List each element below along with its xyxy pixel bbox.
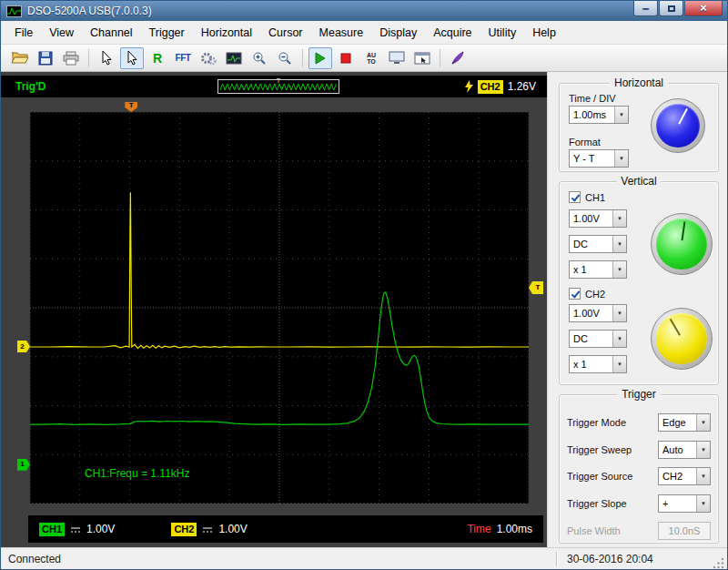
maximize-icon xyxy=(668,5,675,12)
ch1-ground-marker[interactable]: 1 xyxy=(17,459,30,471)
trigger-source-label: Trigger Source xyxy=(567,471,632,482)
chevron-down-icon: ▼ xyxy=(612,210,626,227)
trigger-mode-row: Trigger Mode Edge ▼ xyxy=(567,413,711,432)
chevron-down-icon: ▼ xyxy=(612,356,626,372)
cursor-tool-button[interactable] xyxy=(95,47,118,69)
minimize-icon: – xyxy=(642,2,649,15)
menu-view[interactable]: View xyxy=(41,23,82,43)
chevron-down-icon: ▼ xyxy=(612,305,626,321)
resize-grip[interactable] xyxy=(713,557,725,570)
refresh-button[interactable]: R xyxy=(146,47,169,69)
vertical-group: Vertical CH1 1.00V ▼ DC ▼ x 1 ▼ xyxy=(559,181,719,385)
pointer-tool-button[interactable] xyxy=(120,47,144,69)
menu-acquire[interactable]: Acquire xyxy=(425,23,480,43)
zoom-in-button[interactable] xyxy=(248,47,271,69)
ch2-probe-select[interactable]: x 1 ▼ xyxy=(569,355,627,373)
menu-measure[interactable]: Measure xyxy=(311,23,372,43)
trigger-source-select[interactable]: CH2 ▼ xyxy=(658,467,711,485)
time-div-select[interactable]: 1.00ms ▼ xyxy=(569,106,629,124)
format-label: Format xyxy=(569,137,601,148)
cursor-window-button[interactable] xyxy=(410,47,434,69)
trigger-slope-select[interactable]: + ▼ xyxy=(658,494,711,513)
ch1-volts-div: 1.00V xyxy=(86,523,115,535)
ch1-badge: CH1 xyxy=(39,523,65,536)
trigger-mode-select[interactable]: Edge ▼ xyxy=(658,413,711,432)
fft-button[interactable]: FFT xyxy=(171,47,195,69)
waveform-preview: T xyxy=(217,79,339,94)
timebase-value: 1.00ms xyxy=(497,523,532,535)
maximize-button[interactable] xyxy=(659,1,683,16)
vertical-group-title: Vertical xyxy=(616,175,661,188)
ch2-badge: CH2 xyxy=(171,523,197,536)
toolbar: R FFT AUTO xyxy=(1,45,727,72)
ch1-checkbox[interactable] xyxy=(569,191,581,203)
autoset-button[interactable]: AUTO xyxy=(359,47,383,69)
chevron-down-icon: ▼ xyxy=(696,414,710,431)
ch2-vertical-knob[interactable] xyxy=(651,308,713,370)
open-button[interactable] xyxy=(8,47,32,69)
chevron-down-icon: ▼ xyxy=(696,495,710,512)
menu-trigger[interactable]: Trigger xyxy=(141,23,193,43)
ch2-volts-div: 1.00V xyxy=(218,523,247,535)
chevron-down-icon: ▼ xyxy=(612,261,626,278)
play-icon xyxy=(314,52,327,65)
ch2-checkbox[interactable] xyxy=(569,288,581,300)
run-button[interactable] xyxy=(308,47,332,69)
ch1-probe-select[interactable]: x 1 ▼ xyxy=(569,260,627,279)
format-select[interactable]: Y - T ▼ xyxy=(569,149,629,168)
menu-help[interactable]: Help xyxy=(524,23,564,43)
trigger-position-marker[interactable]: T xyxy=(125,102,137,112)
trigger-group-title: Trigger xyxy=(617,388,661,401)
waveform-screen-button[interactable] xyxy=(222,47,246,69)
settings-button[interactable] xyxy=(197,47,220,69)
stop-button[interactable] xyxy=(334,47,358,69)
gears-icon xyxy=(200,51,217,66)
save-button[interactable] xyxy=(34,47,57,69)
open-folder-icon xyxy=(11,51,29,65)
trigger-level-marker[interactable]: T xyxy=(529,281,543,294)
utility-pen-button[interactable] xyxy=(446,47,470,69)
ch2-checkbox-label: CH2 xyxy=(585,289,605,300)
menu-display[interactable]: Display xyxy=(371,23,425,43)
ch1-coupling-select[interactable]: DC ▼ xyxy=(569,235,627,253)
knob-pointer-icon xyxy=(670,319,681,336)
display-settings-button[interactable] xyxy=(385,47,409,69)
menu-horizontal[interactable]: Horizontal xyxy=(193,23,260,43)
ch2-ground-marker[interactable]: 2 xyxy=(17,341,30,352)
titlebar[interactable]: DSO-5200A USB(7.0.0.3) – × xyxy=(1,1,727,21)
menu-cursor[interactable]: Cursor xyxy=(260,23,311,43)
horizontal-group-title: Horizontal xyxy=(610,76,668,89)
trigger-source-badge: CH2 xyxy=(478,80,503,94)
ch2-volts-select[interactable]: 1.00V ▼ xyxy=(569,304,627,322)
close-button[interactable]: × xyxy=(684,1,723,16)
minimize-button[interactable]: – xyxy=(633,1,658,16)
ch1-dc-coupling-icon xyxy=(70,525,81,534)
printer-icon xyxy=(63,51,79,66)
scope-graticule-and-traces xyxy=(30,112,529,504)
trigger-status: Trig'D xyxy=(15,80,46,93)
menu-file[interactable]: File xyxy=(6,23,41,43)
horizontal-knob[interactable] xyxy=(651,98,705,153)
ch1-volts-select[interactable]: 1.00V ▼ xyxy=(569,209,627,228)
menu-channel[interactable]: Channel xyxy=(82,23,141,43)
close-icon: × xyxy=(700,2,707,15)
toolbar-separator xyxy=(302,49,303,67)
chevron-down-icon: ▼ xyxy=(612,236,626,252)
pulse-width-label: Pulse Width xyxy=(567,525,621,536)
trigger-sweep-select[interactable]: Auto ▼ xyxy=(658,441,711,459)
pulse-width-row: Pulse Width 10.0nS xyxy=(567,522,711,540)
cursor-arrow-icon xyxy=(101,51,112,66)
ch1-vertical-knob[interactable] xyxy=(651,213,713,275)
trigger-bolt-icon xyxy=(465,80,473,93)
waveform-screen-icon xyxy=(226,52,242,65)
pointer-arrow-icon xyxy=(126,51,137,66)
ch2-coupling-select[interactable]: DC ▼ xyxy=(569,330,627,348)
menu-utility[interactable]: Utility xyxy=(480,23,525,43)
ch2-enable-row: CH2 xyxy=(569,288,605,300)
control-panel: Horizontal Time / DIV 1.00ms ▼ Format Y … xyxy=(547,72,728,547)
zoom-out-button[interactable] xyxy=(273,47,297,69)
save-floppy-icon xyxy=(38,51,53,66)
print-button[interactable] xyxy=(59,47,83,69)
app-window: DSO-5200A USB(7.0.0.3) – × File View Cha… xyxy=(0,0,728,570)
scope-display xyxy=(30,112,529,504)
